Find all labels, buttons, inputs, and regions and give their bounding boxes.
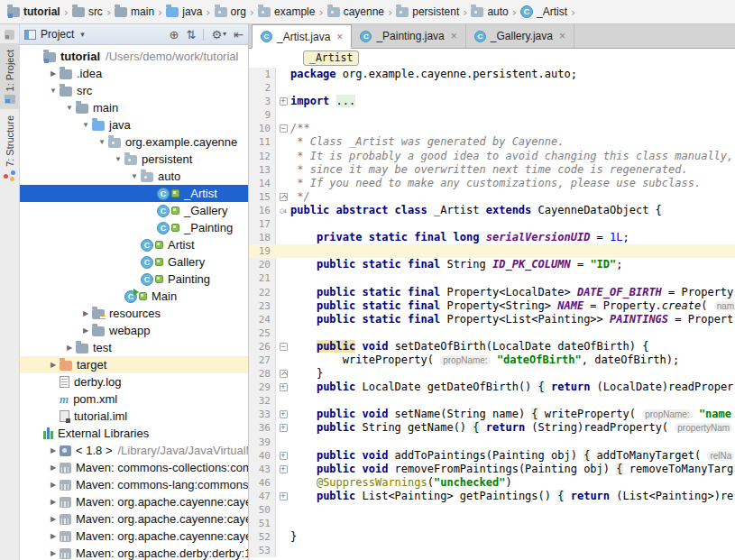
code-line-17[interactable]: 17 (249, 217, 735, 231)
tree-item-main[interactable]: CMain (20, 288, 248, 305)
tree-item-test[interactable]: ▶test (20, 339, 248, 356)
close-tab-icon[interactable]: × (451, 30, 457, 42)
tree-item-resources[interactable]: ▶resources (20, 305, 248, 322)
tree-item-tutorial[interactable]: tutorial/Users/demo/work/tutorial (20, 48, 248, 65)
fold-expand-icon[interactable]: + (280, 410, 288, 418)
editor-tab-_painting.java[interactable]: C_Painting.java× (352, 24, 465, 48)
breadcrumb-item-main[interactable]: main (115, 5, 154, 18)
code-line-21[interactable]: 21 (249, 271, 735, 285)
tree-item-maven-org.apache.cayenne-cayer[interactable]: ▶Maven: org.apache.cayenne:cayer (20, 493, 248, 510)
fold-end-icon[interactable] (280, 193, 288, 201)
locate-icon[interactable]: ⊕ (170, 29, 179, 41)
breadcrumb-class-chip[interactable]: _Artist (303, 50, 359, 66)
tree-item-derby.log[interactable]: derby.log (20, 373, 248, 390)
code-line-2[interactable]: 2 (249, 81, 735, 95)
chevron-collapsed-icon[interactable]: ▶ (47, 481, 60, 489)
code-line-32[interactable]: 32 (249, 394, 735, 408)
close-tab-icon[interactable]: × (336, 31, 343, 43)
collapse-all-icon[interactable]: ⇅ (187, 29, 197, 41)
chevron-collapsed-icon[interactable]: ▶ (63, 344, 76, 352)
code-line-25[interactable]: 25 (249, 326, 735, 340)
code-line-24[interactable]: 24 public static final Property<List<Pai… (249, 313, 735, 326)
tree-item-java[interactable]: ▼java (20, 116, 248, 133)
code-editor[interactable]: 1package org.example.cayenne.persistent.… (249, 68, 735, 560)
code-line-9[interactable]: 9 (249, 108, 735, 122)
tree-item-maven-commons-collections-com[interactable]: ▶Maven: commons-collections:com (20, 459, 248, 476)
code-line-26[interactable]: 26− public void setDateOfBirth(LocalDate… (249, 340, 735, 353)
close-tab-icon[interactable]: × (559, 30, 565, 42)
tree-item-webapp[interactable]: ▶webapp (20, 322, 248, 339)
hide-panel-icon[interactable]: ⇤ (234, 29, 243, 41)
code-line-10[interactable]: 10−/** (249, 122, 735, 135)
code-line-20[interactable]: 20 public static final String ID_PK_COLU… (249, 258, 735, 271)
chevron-collapsed-icon[interactable]: ▶ (47, 498, 60, 506)
code-line-36[interactable]: 36+ public String getName() { return (St… (249, 421, 735, 435)
code-line-13[interactable]: 13 * since it may be overwritten next ti… (249, 163, 735, 177)
overridden-marker-icon[interactable]: ○↓ (280, 207, 287, 215)
tree-item-.idea[interactable]: ▶.idea (20, 65, 248, 82)
fold-collapse-icon[interactable]: − (280, 124, 288, 133)
code-line-23[interactable]: 23 public static final Property<String> … (249, 299, 735, 313)
fold-expand-icon[interactable]: + (280, 465, 288, 473)
breadcrumb-item-tutorial[interactable]: tutorial (7, 5, 60, 18)
tree-item-target[interactable]: ▶target (20, 356, 248, 373)
breadcrumb-item-persistent[interactable]: persistent (396, 5, 459, 18)
code-line-50[interactable]: 50 (249, 503, 735, 517)
chevron-collapsed-icon[interactable]: ▶ (79, 309, 92, 317)
tree-item-maven-org.apache.cayenne-cayer[interactable]: ▶Maven: org.apache.cayenne:cayer (20, 528, 248, 545)
tree-item-maven-commons-lang-commons-[interactable]: ▶Maven: commons-lang:commons- (20, 476, 248, 493)
code-line-15[interactable]: 15 */ (249, 190, 735, 204)
tree-item-src[interactable]: ▼src (20, 82, 248, 99)
tree-item-org.example.cayenne[interactable]: ▼org.example.cayenne (20, 133, 248, 151)
fold-expand-icon[interactable]: + (280, 492, 288, 500)
breadcrumb-item-auto[interactable]: auto (471, 5, 508, 18)
code-line-40[interactable]: 40+ public void addToPaintings(Painting … (249, 449, 735, 463)
code-line-51[interactable]: 51 (249, 517, 735, 530)
code-line-12[interactable]: 12 * It is probably a good idea to avoid… (249, 150, 735, 163)
chevron-collapsed-icon[interactable]: ▶ (79, 326, 92, 335)
code-line-18[interactable]: 18 private static final long serialVersi… (249, 231, 735, 244)
code-line-46[interactable]: 46 @SuppressWarnings("unchecked") (249, 476, 735, 490)
code-line-22[interactable]: 22 public static final Property<LocalDat… (249, 286, 735, 299)
tree-item-tutorial.iml[interactable]: tutorial.iml (20, 408, 248, 425)
code-line-11[interactable]: 11 * Class _Artist was generated by Caye… (249, 135, 735, 149)
tree-item-main[interactable]: ▼main (20, 99, 248, 116)
tree-item-_painting[interactable]: C_Painting (20, 219, 248, 236)
chevron-expanded-icon[interactable]: ▼ (96, 138, 108, 146)
code-line-53[interactable]: 53 (249, 544, 735, 557)
chevron-expanded-icon[interactable]: ▼ (63, 104, 76, 112)
breadcrumb-item-src[interactable]: src (72, 5, 103, 18)
code-line-1[interactable]: 1package org.example.cayenne.persistent.… (249, 68, 735, 81)
tree-item-_gallery[interactable]: C_Gallery (20, 202, 248, 219)
chevron-down-icon[interactable]: ▾ (80, 30, 85, 39)
tree-item--1.8-[interactable]: ▶< 1.8 >/Library/Java/JavaVirtualM (20, 442, 248, 459)
chevron-collapsed-icon[interactable]: ▶ (47, 549, 60, 557)
breadcrumb-item-java[interactable]: java (166, 5, 202, 18)
fold-expand-icon[interactable]: + (280, 452, 288, 460)
code-line-3[interactable]: 3+import ... (249, 95, 735, 108)
breadcrumb-item-example[interactable]: example (258, 5, 315, 18)
chevron-expanded-icon[interactable]: ▼ (128, 172, 141, 180)
fold-end-icon[interactable] (280, 370, 288, 378)
tree-item-maven-org.apache.cayenne-cayer[interactable]: ▶Maven: org.apache.cayenne:cayer (20, 510, 248, 528)
tree-item-external-libraries[interactable]: External Libraries (20, 425, 248, 442)
fold-collapse-icon[interactable]: − (280, 343, 288, 351)
chevron-collapsed-icon[interactable]: ▶ (47, 464, 60, 472)
breadcrumb-item-cayenne[interactable]: cayenne (327, 5, 384, 18)
tree-item-maven-org.apache.derby-derby-10[interactable]: ▶Maven: org.apache.derby:derby:10 (20, 545, 248, 560)
code-line-43[interactable]: 43+ public void removeFromPaintings(Pain… (249, 463, 735, 476)
tree-item-gallery[interactable]: CGallery (20, 253, 248, 271)
code-line-39[interactable]: 39 (249, 436, 735, 449)
code-line-14[interactable]: 14 * If you need to make any customizati… (249, 177, 735, 190)
chevron-collapsed-icon[interactable]: ▶ (47, 446, 60, 454)
tree-item-auto[interactable]: ▼auto (20, 168, 248, 185)
code-line-28[interactable]: 28 } (249, 367, 735, 381)
tree-item-pom.xml[interactable]: mpom.xml (20, 390, 248, 408)
breadcrumb-item-org[interactable]: org (215, 5, 246, 18)
code-line-19[interactable]: 19 (249, 244, 735, 258)
tree-item-artist[interactable]: CArtist (20, 236, 248, 253)
fold-expand-icon[interactable]: + (280, 424, 288, 432)
editor-tab-_gallery.java[interactable]: C_Gallery.java× (466, 24, 574, 48)
code-line-47[interactable]: 47+ public List<Painting> getPaintings()… (249, 490, 735, 503)
chevron-collapsed-icon[interactable]: ▶ (47, 69, 60, 78)
